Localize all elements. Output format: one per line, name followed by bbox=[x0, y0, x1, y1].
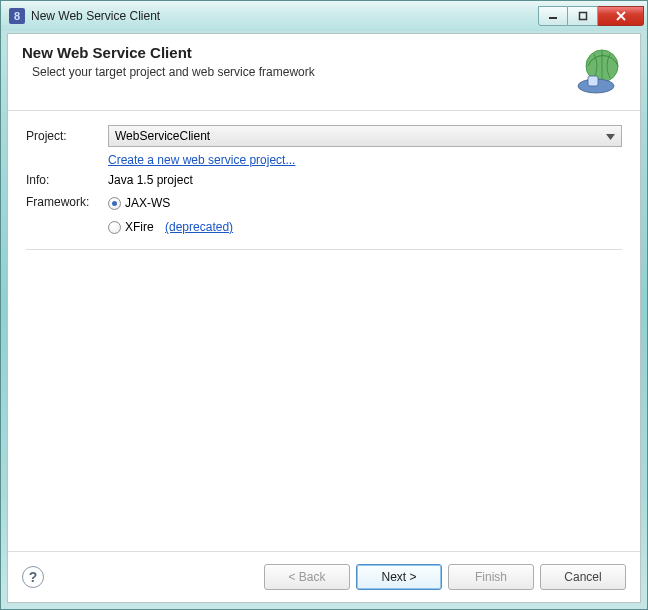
project-select[interactable]: WebServiceClient bbox=[108, 125, 622, 147]
radio-icon bbox=[108, 221, 121, 234]
help-button[interactable]: ? bbox=[22, 566, 44, 588]
radio-jaxws[interactable]: JAX-WS bbox=[108, 193, 622, 213]
close-button[interactable] bbox=[598, 6, 644, 26]
svg-rect-1 bbox=[579, 12, 586, 19]
button-bar: ? < Back Next > Finish Cancel bbox=[8, 551, 640, 602]
app-icon: 8 bbox=[9, 8, 25, 24]
divider bbox=[26, 249, 622, 250]
page-title: New Web Service Client bbox=[22, 44, 566, 61]
next-button[interactable]: Next > bbox=[356, 564, 442, 590]
svg-rect-7 bbox=[588, 76, 598, 86]
maximize-button[interactable] bbox=[568, 6, 598, 26]
window-controls bbox=[538, 6, 644, 26]
radio-xfire-label: XFire bbox=[125, 220, 154, 234]
project-label: Project: bbox=[26, 129, 104, 143]
radio-icon bbox=[108, 197, 121, 210]
dialog-frame: New Web Service Client Select your targe… bbox=[7, 33, 641, 603]
minimize-button[interactable] bbox=[538, 6, 568, 26]
form-content: Project: WebServiceClient Create a new w… bbox=[8, 111, 640, 551]
project-value: WebServiceClient bbox=[115, 129, 210, 143]
header-banner: New Web Service Client Select your targe… bbox=[8, 34, 640, 111]
page-subtitle: Select your target project and web servi… bbox=[32, 65, 566, 79]
chevron-down-icon bbox=[606, 129, 615, 143]
cancel-button[interactable]: Cancel bbox=[540, 564, 626, 590]
wizard-globe-icon bbox=[574, 44, 626, 96]
back-button[interactable]: < Back bbox=[264, 564, 350, 590]
framework-label: Framework: bbox=[26, 193, 104, 209]
create-project-link[interactable]: Create a new web service project... bbox=[108, 153, 295, 167]
finish-button[interactable]: Finish bbox=[448, 564, 534, 590]
radio-jaxws-label: JAX-WS bbox=[125, 196, 170, 210]
minimize-icon bbox=[548, 11, 558, 21]
help-icon: ? bbox=[29, 569, 38, 585]
dialog-window: 8 New Web Service Client New Web Service… bbox=[0, 0, 648, 610]
info-value: Java 1.5 project bbox=[108, 173, 622, 187]
info-label: Info: bbox=[26, 173, 104, 187]
deprecated-link[interactable]: (deprecated) bbox=[165, 220, 233, 234]
window-title: New Web Service Client bbox=[31, 9, 538, 23]
maximize-icon bbox=[578, 11, 588, 21]
radio-xfire[interactable]: XFire (deprecated) bbox=[108, 217, 622, 237]
titlebar[interactable]: 8 New Web Service Client bbox=[1, 1, 647, 31]
close-icon bbox=[615, 11, 627, 21]
